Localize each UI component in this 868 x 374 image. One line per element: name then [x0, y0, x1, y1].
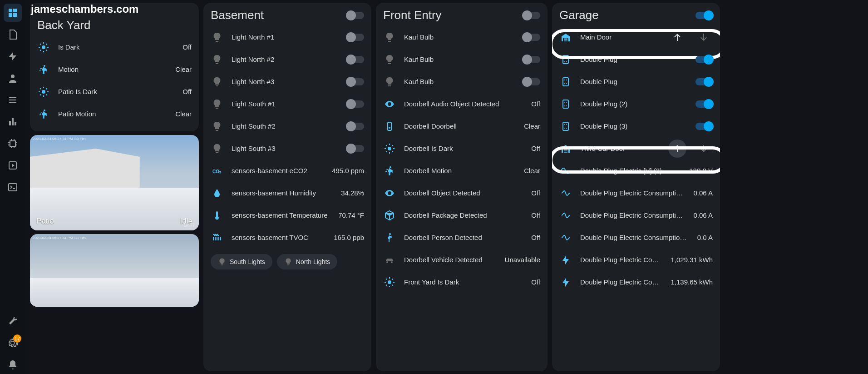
backyard-row-patio-motion[interactable]: Patio Motion Clear [37, 103, 192, 125]
basement-group-toggle[interactable] [347, 12, 364, 19]
row-label: Double Plug [580, 55, 687, 63]
sidebar-media[interactable] [4, 156, 22, 175]
garage-metric-row[interactable]: Double Plug Electric Consumption… 0.06 A [559, 204, 713, 226]
light-toggle[interactable] [347, 123, 364, 130]
garage-metric-row[interactable]: Double Plug Electric Consumption [… 0.0 … [559, 226, 713, 249]
frontentry-bulb-row[interactable]: Kauf Bulb [383, 48, 540, 70]
basement-light-row[interactable]: Light North #2 [211, 48, 364, 70]
basement-light-row[interactable]: Light South #1 [211, 93, 364, 115]
sidebar-devices[interactable] [4, 135, 22, 153]
backyard-row-isdark[interactable]: Is Dark Off [37, 36, 192, 58]
camera-card-patio[interactable]: 2023-02-24 05:27:34 PM G3 Flex Patio Idl… [30, 135, 199, 230]
metric-icon [559, 276, 572, 289]
row-value: Off [531, 234, 540, 241]
garage-metric-row[interactable]: Double Plug Electric Consumption… 0.06 A [559, 182, 713, 204]
sensor-icon [383, 120, 396, 133]
frontentry-sensor-row[interactable]: Doorbell Person Detected Off [383, 226, 540, 249]
basement-sensor-humidity[interactable]: sensors-basement Humidity 34.28% [211, 182, 364, 204]
frontentry-sensor-row[interactable]: Doorbell Doorbell Clear [383, 115, 540, 137]
sidebar-terminal[interactable] [4, 178, 22, 196]
frontentry-sensor-row[interactable]: Doorbell Object Detected Off [383, 182, 540, 204]
garage-third-door-row[interactable]: Third Car Door [559, 137, 713, 160]
sidebar-logs[interactable] [4, 25, 22, 44]
backyard-row-motion[interactable]: Motion Clear [37, 58, 192, 80]
frontentry-group-toggle[interactable] [523, 12, 540, 19]
garage-plug-row[interactable]: Double Plug [559, 48, 713, 70]
row-label: Main Door [580, 33, 660, 41]
light-toggle[interactable] [347, 100, 364, 108]
garage-group-toggle[interactable] [695, 12, 713, 19]
sidebar-energy[interactable] [4, 47, 22, 65]
plug-toggle[interactable] [695, 100, 713, 108]
light-toggle[interactable] [347, 145, 364, 152]
garage-metric-row[interactable]: Double Plug Electric Consu… 1,029.31 kWh [559, 249, 713, 271]
garage-plug-row[interactable]: Double Plug (2) [559, 93, 713, 115]
backyard-row-patio-isdark[interactable]: Patio Is Dark Off [37, 80, 192, 103]
light-toggle[interactable] [347, 78, 364, 85]
row-label: Kauf Bulb [404, 33, 515, 41]
plug-toggle[interactable] [695, 78, 713, 85]
bulb-toggle[interactable] [523, 56, 540, 63]
basement-light-row[interactable]: Light North #3 [211, 70, 364, 93]
bulb-toggle[interactable] [523, 78, 540, 85]
door-close-button[interactable] [695, 28, 713, 46]
frontentry-sensor-row[interactable]: Doorbell Audio Object Detected Off [383, 93, 540, 115]
wrench-icon [7, 316, 18, 327]
sidebar-history[interactable] [4, 113, 22, 131]
frontentry-sensor-row[interactable]: Doorbell Vehicle Detected Unavailable [383, 249, 540, 271]
camera-card-secondary[interactable]: 2023-02-24 05:27:34 PM G3 Flex [30, 234, 199, 307]
sensor-icon [383, 209, 396, 222]
garage-plug-row[interactable]: Double Plug [559, 70, 713, 93]
door-open-button[interactable] [668, 28, 686, 46]
brightness-icon [37, 41, 50, 54]
garage-main-door-row[interactable]: Main Door [559, 26, 713, 48]
metric-icon [559, 209, 572, 222]
basement-sensor-eco2[interactable]: sensors-basement eCO2 495.0 ppm [211, 160, 364, 182]
frontentry-sensor-row[interactable]: Doorbell Package Detected Off [383, 204, 540, 226]
basement-light-row[interactable]: Light South #3 [211, 137, 364, 160]
row-label: Double Plug [580, 78, 687, 85]
basement-light-row[interactable]: Light North #1 [211, 26, 364, 48]
basement-sensor-tvoc[interactable]: sensors-basement TVOC 165.0 ppb [211, 226, 364, 249]
frontentry-sensor-row[interactable]: Doorbell Is Dark Off [383, 137, 540, 160]
sensor-icon [383, 276, 396, 289]
frontentry-sensor-row[interactable]: Front Yard Is Dark Off [383, 271, 540, 293]
door-open-button[interactable] [668, 140, 686, 158]
sidebar-list[interactable] [4, 91, 22, 109]
basement-sensor-temperature[interactable]: sensors-basement Temperature 70.74 °F [211, 204, 364, 226]
row-label: Doorbell Person Detected [404, 234, 523, 241]
garage-metric-row[interactable]: Double Plug Electric [V] (2) 120.0 V [559, 160, 713, 182]
chip-north-lights[interactable]: North Lights [277, 254, 337, 269]
row-label: Third Car Door [580, 145, 660, 152]
garage-metric-row[interactable]: Double Plug Electric Consu… 1,139.65 kWh [559, 271, 713, 293]
sidebar-dashboard[interactable] [4, 4, 22, 22]
door-close-button[interactable] [695, 140, 713, 158]
outlet-icon [559, 120, 572, 133]
basement-title: Basement [211, 8, 264, 22]
row-label: Double Plug (2) [580, 100, 687, 108]
sidebar-tools[interactable] [4, 312, 22, 330]
garage-plug-row[interactable]: Double Plug (3) [559, 115, 713, 137]
frontentry-sensor-row[interactable]: Doorbell Motion Clear [383, 160, 540, 182]
row-label: Light North #1 [232, 33, 339, 41]
motion-icon [37, 108, 50, 120]
row-label: Doorbell Is Dark [404, 145, 523, 152]
row-label: Kauf Bulb [404, 55, 515, 63]
frontentry-bulb-row[interactable]: Kauf Bulb [383, 70, 540, 93]
camera-brand: UniFi [184, 223, 194, 228]
play-icon [7, 160, 18, 171]
frontentry-bulb-row[interactable]: Kauf Bulb [383, 26, 540, 48]
bulb-toggle[interactable] [523, 34, 540, 41]
frontentry-header: Front Entry [383, 6, 540, 26]
sidebar-settings[interactable]: 17 [4, 334, 22, 352]
light-toggle[interactable] [347, 34, 364, 41]
plug-toggle[interactable] [695, 56, 713, 63]
light-toggle[interactable] [347, 56, 364, 63]
plug-toggle[interactable] [695, 123, 713, 130]
basement-light-row[interactable]: Light South #2 [211, 115, 364, 137]
chip-south-lights[interactable]: South Lights [211, 254, 272, 269]
sidebar-notifications[interactable] [4, 356, 22, 374]
bulb-icon [284, 258, 292, 266]
sidebar-user[interactable] [4, 69, 22, 87]
bulb-icon [211, 53, 223, 66]
